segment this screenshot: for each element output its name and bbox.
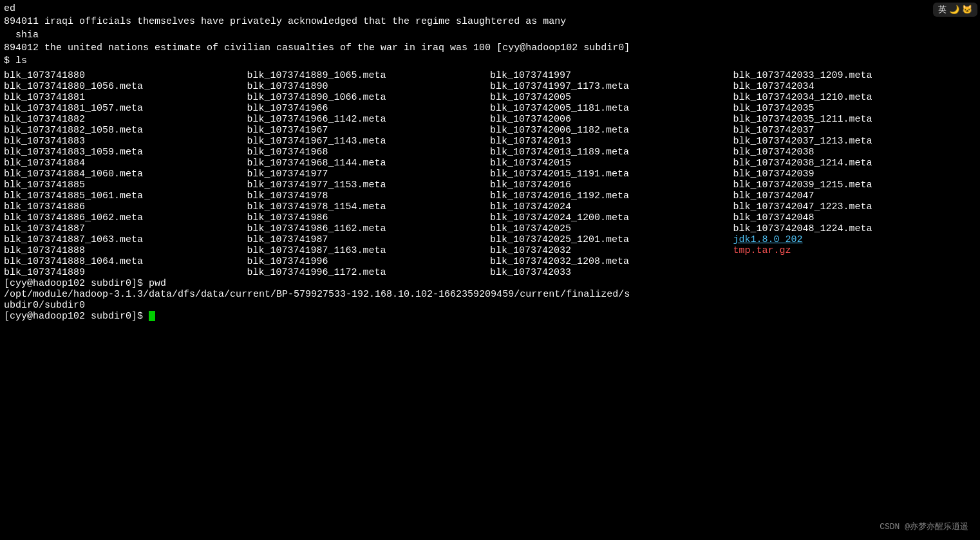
list-item: blk_1073741889 xyxy=(4,267,247,278)
list-item: blk_1073742033_1209.meta xyxy=(733,70,977,81)
list-item: blk_1073742037_1213.meta xyxy=(733,136,977,147)
list-item: blk_1073742037 xyxy=(733,125,977,136)
ls-col-3: blk_1073741997blk_1073741997_1173.metabl… xyxy=(490,70,733,278)
ls-col-1: blk_1073741880blk_1073741880_1056.metabl… xyxy=(4,70,247,278)
list-item: blk_1073741882 xyxy=(4,114,247,125)
list-item: blk_1073741978_1154.meta xyxy=(247,201,491,212)
list-item: blk_1073741966 xyxy=(247,103,491,114)
list-item: blk_1073741997 xyxy=(490,70,733,81)
moon-icon: 🌙 xyxy=(949,5,959,15)
ls-col-2: blk_1073741889_1065.metablk_1073741890bl… xyxy=(247,70,491,278)
list-item: blk_1073741887 xyxy=(4,223,247,234)
list-item: blk_1073741996 xyxy=(247,256,491,267)
list-item: blk_1073741978 xyxy=(247,191,491,201)
list-item: blk_1073742033 xyxy=(490,267,733,278)
ls-grid: blk_1073741880blk_1073741880_1056.metabl… xyxy=(4,70,976,278)
list-item: blk_1073742048 xyxy=(733,212,977,223)
list-item: jdk1.8.0_202 xyxy=(733,234,977,245)
list-item: blk_1073742032_1208.meta xyxy=(490,256,733,267)
list-item: blk_1073741888_1064.meta xyxy=(4,256,247,267)
list-item: blk_1073742006 xyxy=(490,114,733,125)
list-item: blk_1073741997_1173.meta xyxy=(490,81,733,92)
list-item: blk_1073741883_1059.meta xyxy=(4,147,247,158)
bottom-section: [cyy@hadoop102 subdir0]$ pwd /opt/module… xyxy=(0,278,980,322)
list-item: tmp.tar.gz xyxy=(733,245,977,256)
list-item: blk_1073741889_1065.meta xyxy=(247,70,491,81)
list-item: blk_1073741966_1142.meta xyxy=(247,114,491,125)
list-item: blk_1073742024 xyxy=(490,201,733,212)
pwd-path2: ubdir0/subdir0 xyxy=(4,300,85,311)
top-right-badge: 英 🌙 🐱 xyxy=(933,3,977,17)
list-item: blk_1073741996_1172.meta xyxy=(247,267,491,278)
list-item: blk_1073742047 xyxy=(733,191,977,201)
list-item: blk_1073742013 xyxy=(490,136,733,147)
list-item: blk_1073742039_1215.meta xyxy=(733,180,977,191)
list-item: blk_1073742039 xyxy=(733,169,977,180)
list-item: blk_1073742032 xyxy=(490,245,733,256)
pwd-path1: /opt/module/hadoop-3.1.3/data/dfs/data/c… xyxy=(4,289,630,300)
list-item: blk_1073741884_1060.meta xyxy=(4,169,247,180)
list-item: blk_1073741883 xyxy=(4,136,247,147)
watermark-text: CSDN @亦梦亦醒乐逍遥 xyxy=(880,522,968,532)
list-item: blk_1073742016_1192.meta xyxy=(490,191,733,201)
list-item: blk_1073741882_1058.meta xyxy=(4,125,247,136)
list-item: blk_1073742006_1182.meta xyxy=(490,125,733,136)
cursor xyxy=(149,311,155,321)
list-item: blk_1073741881_1057.meta xyxy=(4,103,247,114)
list-item: blk_1073742034_1210.meta xyxy=(733,92,977,103)
list-item: blk_1073742034 xyxy=(733,81,977,92)
list-item: blk_1073741968 xyxy=(247,147,491,158)
line-ed: ed xyxy=(4,3,15,14)
list-item: blk_1073742015 xyxy=(490,158,733,169)
list-item: blk_1073741885 xyxy=(4,180,247,191)
list-item: blk_1073741886 xyxy=(4,201,247,212)
watermark: CSDN @亦梦亦醒乐逍遥 xyxy=(880,521,968,532)
terminal: ed 894011 iraqi officials themselves hav… xyxy=(0,0,980,70)
list-item: blk_1073741884 xyxy=(4,158,247,169)
list-item: blk_1073741887_1063.meta xyxy=(4,234,247,245)
list-item: blk_1073741881 xyxy=(4,92,247,103)
line-894011: 894011 iraqi officials themselves have p… xyxy=(4,16,566,27)
list-item: blk_1073741987_1163.meta xyxy=(247,245,491,256)
list-item: blk_1073741967 xyxy=(247,125,491,136)
line-894012: 894012 the united nations estimate of ci… xyxy=(4,42,630,53)
list-item: blk_1073742025_1201.meta xyxy=(490,234,733,245)
list-item: blk_1073741967_1143.meta xyxy=(247,136,491,147)
cat-icon: 🐱 xyxy=(962,5,972,15)
final-prompt: [cyy@hadoop102 subdir0]$ xyxy=(4,311,149,322)
list-item: blk_1073742038_1214.meta xyxy=(733,158,977,169)
list-item: blk_1073742047_1223.meta xyxy=(733,201,977,212)
list-item: blk_1073742025 xyxy=(490,223,733,234)
ls-col-4: blk_1073742033_1209.metablk_1073742034bl… xyxy=(733,70,977,278)
list-item: blk_1073741890 xyxy=(247,81,491,92)
list-item: blk_1073742005 xyxy=(490,92,733,103)
list-item: blk_1073741886_1062.meta xyxy=(4,212,247,223)
list-item: blk_1073742015_1191.meta xyxy=(490,169,733,180)
list-item: blk_1073741890_1066.meta xyxy=(247,92,491,103)
lang-label: 英 xyxy=(938,4,947,15)
list-item: blk_1073741986_1162.meta xyxy=(247,223,491,234)
list-item: blk_1073742038 xyxy=(733,147,977,158)
pwd-prompt: [cyy@hadoop102 subdir0]$ pwd xyxy=(4,278,166,289)
list-item: blk_1073741880 xyxy=(4,70,247,81)
list-item: blk_1073742016 xyxy=(490,180,733,191)
list-item: blk_1073742024_1200.meta xyxy=(490,212,733,223)
list-item: blk_1073741968_1144.meta xyxy=(247,158,491,169)
line-ls-cmd: $ ls xyxy=(4,55,27,66)
list-item: blk_1073741986 xyxy=(247,212,491,223)
list-item: blk_1073742005_1181.meta xyxy=(490,103,733,114)
list-item: blk_1073741987 xyxy=(247,234,491,245)
list-item: blk_1073741888 xyxy=(4,245,247,256)
list-item: blk_1073741885_1061.meta xyxy=(4,191,247,201)
ls-output: blk_1073741880blk_1073741880_1056.metabl… xyxy=(0,70,980,278)
list-item: blk_1073741977 xyxy=(247,169,491,180)
list-item: blk_1073741977_1153.meta xyxy=(247,180,491,191)
list-item: blk_1073742035_1211.meta xyxy=(733,114,977,125)
list-item: blk_1073742048_1224.meta xyxy=(733,223,977,234)
list-item: blk_1073741880_1056.meta xyxy=(4,81,247,92)
list-item: blk_1073742035 xyxy=(733,103,977,114)
list-item: blk_1073742013_1189.meta xyxy=(490,147,733,158)
line-shia: shia xyxy=(4,30,39,41)
